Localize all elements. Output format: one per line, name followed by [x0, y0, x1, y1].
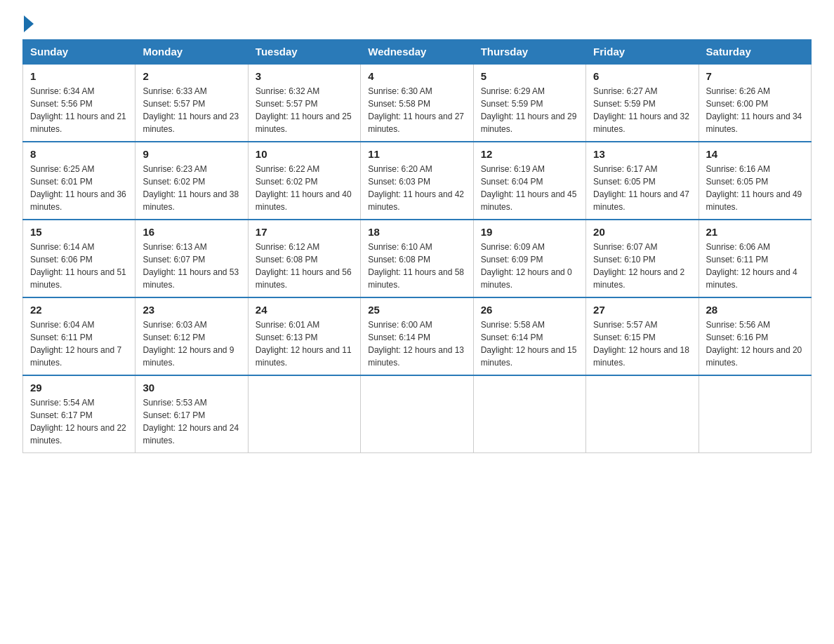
- calendar-cell: 25Sunrise: 6:00 AMSunset: 6:14 PMDayligh…: [361, 297, 473, 375]
- calendar-cell: 27Sunrise: 5:57 AMSunset: 6:15 PMDayligh…: [586, 297, 699, 375]
- day-number: 27: [593, 304, 691, 316]
- calendar-cell: 18Sunrise: 6:10 AMSunset: 6:08 PMDayligh…: [361, 220, 473, 297]
- page-header: [22, 17, 812, 32]
- calendar-header-row: Sunday Monday Tuesday Wednesday Thursday…: [23, 40, 812, 65]
- day-info: Sunrise: 6:33 AMSunset: 5:57 PMDaylight:…: [143, 85, 240, 135]
- day-number: 6: [593, 70, 691, 82]
- day-info: Sunrise: 6:14 AMSunset: 6:06 PMDaylight:…: [30, 241, 128, 291]
- col-monday: Monday: [135, 40, 248, 65]
- day-info: Sunrise: 6:16 AMSunset: 6:05 PMDaylight:…: [706, 163, 804, 213]
- day-number: 13: [593, 148, 691, 160]
- day-number: 16: [143, 226, 240, 238]
- calendar-table: Sunday Monday Tuesday Wednesday Thursday…: [22, 39, 812, 453]
- calendar-cell: 15Sunrise: 6:14 AMSunset: 6:06 PMDayligh…: [23, 220, 135, 297]
- day-info: Sunrise: 6:06 AMSunset: 6:11 PMDaylight:…: [706, 241, 804, 291]
- day-number: 7: [706, 70, 804, 82]
- calendar-cell: 12Sunrise: 6:19 AMSunset: 6:04 PMDayligh…: [473, 142, 585, 220]
- day-number: 17: [256, 226, 353, 238]
- week-row-3: 15Sunrise: 6:14 AMSunset: 6:06 PMDayligh…: [23, 220, 812, 297]
- day-info: Sunrise: 6:34 AMSunset: 5:56 PMDaylight:…: [30, 85, 128, 135]
- calendar-cell: 8Sunrise: 6:25 AMSunset: 6:01 PMDaylight…: [23, 142, 135, 220]
- logo: [22, 17, 34, 32]
- col-thursday: Thursday: [473, 40, 585, 65]
- day-number: 14: [706, 148, 804, 160]
- day-info: Sunrise: 5:56 AMSunset: 6:16 PMDaylight:…: [706, 318, 804, 369]
- day-number: 24: [256, 304, 353, 316]
- day-number: 15: [30, 226, 128, 238]
- day-info: Sunrise: 6:01 AMSunset: 6:13 PMDaylight:…: [256, 318, 353, 369]
- day-number: 1: [30, 70, 128, 82]
- day-number: 26: [481, 304, 578, 316]
- day-number: 11: [368, 148, 465, 160]
- calendar-cell: 14Sunrise: 6:16 AMSunset: 6:05 PMDayligh…: [699, 142, 811, 220]
- calendar-cell: 19Sunrise: 6:09 AMSunset: 6:09 PMDayligh…: [473, 220, 585, 297]
- day-info: Sunrise: 5:54 AMSunset: 6:17 PMDaylight:…: [30, 396, 128, 447]
- week-row-1: 1Sunrise: 6:34 AMSunset: 5:56 PMDaylight…: [23, 64, 812, 142]
- calendar-cell: 5Sunrise: 6:29 AMSunset: 5:59 PMDaylight…: [473, 64, 585, 142]
- calendar-cell: [586, 375, 699, 453]
- calendar-cell: [248, 375, 360, 453]
- day-info: Sunrise: 6:29 AMSunset: 5:59 PMDaylight:…: [481, 85, 578, 135]
- day-number: 12: [481, 148, 578, 160]
- week-row-4: 22Sunrise: 6:04 AMSunset: 6:11 PMDayligh…: [23, 297, 812, 375]
- day-info: Sunrise: 6:27 AMSunset: 5:59 PMDaylight:…: [593, 85, 691, 135]
- day-info: Sunrise: 6:10 AMSunset: 6:08 PMDaylight:…: [368, 241, 465, 291]
- calendar-cell: 21Sunrise: 6:06 AMSunset: 6:11 PMDayligh…: [699, 220, 811, 297]
- calendar-cell: 30Sunrise: 5:53 AMSunset: 6:17 PMDayligh…: [135, 375, 248, 453]
- day-number: 29: [30, 382, 128, 394]
- day-info: Sunrise: 6:07 AMSunset: 6:10 PMDaylight:…: [593, 241, 691, 291]
- day-number: 23: [143, 304, 240, 316]
- calendar-cell: 3Sunrise: 6:32 AMSunset: 5:57 PMDaylight…: [248, 64, 360, 142]
- day-info: Sunrise: 6:12 AMSunset: 6:08 PMDaylight:…: [256, 241, 353, 291]
- day-number: 21: [706, 226, 804, 238]
- calendar-cell: [473, 375, 585, 453]
- day-number: 22: [30, 304, 128, 316]
- calendar-cell: 26Sunrise: 5:58 AMSunset: 6:14 PMDayligh…: [473, 297, 585, 375]
- calendar-cell: 1Sunrise: 6:34 AMSunset: 5:56 PMDaylight…: [23, 64, 135, 142]
- day-number: 2: [143, 70, 240, 82]
- calendar-cell: 29Sunrise: 5:54 AMSunset: 6:17 PMDayligh…: [23, 375, 135, 453]
- calendar-cell: 11Sunrise: 6:20 AMSunset: 6:03 PMDayligh…: [361, 142, 473, 220]
- calendar-cell: 28Sunrise: 5:56 AMSunset: 6:16 PMDayligh…: [699, 297, 811, 375]
- calendar-cell: 17Sunrise: 6:12 AMSunset: 6:08 PMDayligh…: [248, 220, 360, 297]
- col-saturday: Saturday: [699, 40, 811, 65]
- calendar-cell: [361, 375, 473, 453]
- day-info: Sunrise: 6:04 AMSunset: 6:11 PMDaylight:…: [30, 318, 128, 369]
- day-info: Sunrise: 6:19 AMSunset: 6:04 PMDaylight:…: [481, 163, 578, 213]
- day-number: 8: [30, 148, 128, 160]
- day-number: 30: [143, 382, 240, 394]
- day-number: 10: [256, 148, 353, 160]
- calendar-cell: 24Sunrise: 6:01 AMSunset: 6:13 PMDayligh…: [248, 297, 360, 375]
- day-info: Sunrise: 6:03 AMSunset: 6:12 PMDaylight:…: [143, 318, 240, 369]
- week-row-2: 8Sunrise: 6:25 AMSunset: 6:01 PMDaylight…: [23, 142, 812, 220]
- day-info: Sunrise: 6:20 AMSunset: 6:03 PMDaylight:…: [368, 163, 465, 213]
- calendar-cell: 13Sunrise: 6:17 AMSunset: 6:05 PMDayligh…: [586, 142, 699, 220]
- day-info: Sunrise: 6:32 AMSunset: 5:57 PMDaylight:…: [256, 85, 353, 135]
- col-friday: Friday: [586, 40, 699, 65]
- day-number: 28: [706, 304, 804, 316]
- week-row-5: 29Sunrise: 5:54 AMSunset: 6:17 PMDayligh…: [23, 375, 812, 453]
- calendar-cell: 20Sunrise: 6:07 AMSunset: 6:10 PMDayligh…: [586, 220, 699, 297]
- day-info: Sunrise: 5:57 AMSunset: 6:15 PMDaylight:…: [593, 318, 691, 369]
- day-number: 4: [368, 70, 465, 82]
- logo-arrow-icon: [24, 15, 34, 32]
- day-info: Sunrise: 6:30 AMSunset: 5:58 PMDaylight:…: [368, 85, 465, 135]
- col-wednesday: Wednesday: [361, 40, 473, 65]
- day-number: 20: [593, 226, 691, 238]
- calendar-cell: 2Sunrise: 6:33 AMSunset: 5:57 PMDaylight…: [135, 64, 248, 142]
- day-number: 25: [368, 304, 465, 316]
- calendar-cell: 23Sunrise: 6:03 AMSunset: 6:12 PMDayligh…: [135, 297, 248, 375]
- day-info: Sunrise: 5:53 AMSunset: 6:17 PMDaylight:…: [143, 396, 240, 447]
- calendar-cell: [699, 375, 811, 453]
- col-sunday: Sunday: [23, 40, 135, 65]
- calendar-cell: 9Sunrise: 6:23 AMSunset: 6:02 PMDaylight…: [135, 142, 248, 220]
- calendar-cell: 22Sunrise: 6:04 AMSunset: 6:11 PMDayligh…: [23, 297, 135, 375]
- calendar-cell: 7Sunrise: 6:26 AMSunset: 6:00 PMDaylight…: [699, 64, 811, 142]
- day-info: Sunrise: 5:58 AMSunset: 6:14 PMDaylight:…: [481, 318, 578, 369]
- day-info: Sunrise: 6:00 AMSunset: 6:14 PMDaylight:…: [368, 318, 465, 369]
- calendar-cell: 4Sunrise: 6:30 AMSunset: 5:58 PMDaylight…: [361, 64, 473, 142]
- day-info: Sunrise: 6:23 AMSunset: 6:02 PMDaylight:…: [143, 163, 240, 213]
- day-info: Sunrise: 6:13 AMSunset: 6:07 PMDaylight:…: [143, 241, 240, 291]
- day-info: Sunrise: 6:09 AMSunset: 6:09 PMDaylight:…: [481, 241, 578, 291]
- calendar-cell: 16Sunrise: 6:13 AMSunset: 6:07 PMDayligh…: [135, 220, 248, 297]
